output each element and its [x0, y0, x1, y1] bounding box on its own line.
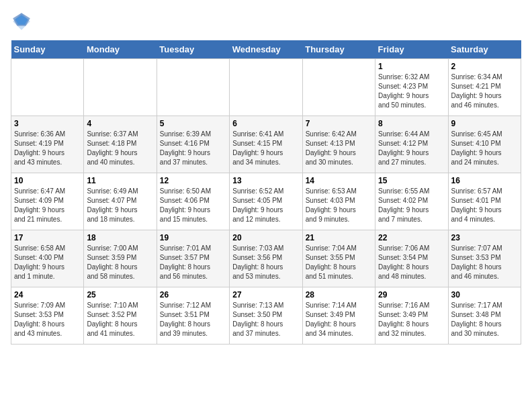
calendar-cell: 27Sunrise: 7:13 AMSunset: 3:50 PMDayligh… — [230, 287, 302, 345]
day-info: Sunrise: 6:55 AMSunset: 4:02 PMDaylight:… — [378, 187, 445, 224]
day-number: 15 — [378, 176, 445, 185]
calendar-cell: 19Sunrise: 7:01 AMSunset: 3:57 PMDayligh… — [157, 230, 229, 287]
day-info: Sunrise: 6:47 AMSunset: 4:09 PMDaylight:… — [14, 187, 81, 224]
day-number: 13 — [232, 176, 299, 185]
day-info: Sunrise: 7:12 AMSunset: 3:51 PMDaylight:… — [160, 301, 226, 338]
day-info: Sunrise: 7:01 AMSunset: 3:57 PMDaylight:… — [160, 244, 226, 281]
day-info: Sunrise: 7:09 AMSunset: 3:53 PMDaylight:… — [14, 301, 81, 338]
calendar-cell: 28Sunrise: 7:14 AMSunset: 3:49 PMDayligh… — [302, 287, 375, 345]
day-info: Sunrise: 7:00 AMSunset: 3:59 PMDaylight:… — [87, 244, 153, 281]
weekday-header-friday: Friday — [375, 40, 448, 59]
day-info: Sunrise: 6:39 AMSunset: 4:16 PMDaylight:… — [160, 130, 226, 167]
calendar-cell: 2Sunrise: 6:34 AMSunset: 4:21 PMDaylight… — [448, 59, 521, 116]
day-info: Sunrise: 7:13 AMSunset: 3:50 PMDaylight:… — [232, 301, 299, 338]
calendar-week-row: 17Sunrise: 6:58 AMSunset: 4:00 PMDayligh… — [11, 230, 521, 287]
day-number: 29 — [378, 290, 445, 300]
day-info: Sunrise: 6:52 AMSunset: 4:05 PMDaylight:… — [232, 187, 299, 224]
calendar-cell — [84, 59, 157, 116]
day-number: 1 — [378, 62, 445, 71]
calendar-cell: 11Sunrise: 6:49 AMSunset: 4:07 PMDayligh… — [84, 173, 157, 230]
day-info: Sunrise: 6:37 AMSunset: 4:18 PMDaylight:… — [87, 130, 153, 167]
weekday-header-monday: Monday — [84, 40, 157, 59]
weekday-header-tuesday: Tuesday — [157, 40, 229, 59]
weekday-header-sunday: Sunday — [11, 40, 84, 59]
day-info: Sunrise: 6:53 AMSunset: 4:03 PMDaylight:… — [306, 187, 372, 224]
calendar-cell: 29Sunrise: 7:16 AMSunset: 3:49 PMDayligh… — [375, 287, 448, 345]
day-number: 22 — [378, 233, 445, 242]
day-number: 11 — [87, 176, 153, 185]
calendar-cell — [302, 59, 375, 116]
calendar-week-row: 1Sunrise: 6:32 AMSunset: 4:23 PMDaylight… — [11, 59, 521, 116]
day-number: 10 — [14, 176, 81, 185]
day-number: 20 — [232, 233, 299, 242]
day-number: 2 — [451, 62, 518, 71]
day-number: 25 — [87, 290, 153, 300]
calendar-cell: 7Sunrise: 6:42 AMSunset: 4:13 PMDaylight… — [302, 116, 375, 173]
day-info: Sunrise: 6:50 AMSunset: 4:06 PMDaylight:… — [160, 187, 226, 224]
day-number: 14 — [306, 176, 372, 185]
calendar-cell: 1Sunrise: 6:32 AMSunset: 4:23 PMDaylight… — [375, 59, 448, 116]
calendar-cell: 5Sunrise: 6:39 AMSunset: 4:16 PMDaylight… — [157, 116, 229, 173]
day-info: Sunrise: 7:04 AMSunset: 3:55 PMDaylight:… — [306, 244, 372, 281]
calendar-cell: 21Sunrise: 7:04 AMSunset: 3:55 PMDayligh… — [302, 230, 375, 287]
calendar-cell: 24Sunrise: 7:09 AMSunset: 3:53 PMDayligh… — [11, 287, 84, 345]
day-number: 5 — [160, 119, 226, 128]
day-info: Sunrise: 7:10 AMSunset: 3:52 PMDaylight:… — [87, 301, 153, 338]
weekday-header-thursday: Thursday — [302, 40, 375, 59]
calendar-cell — [11, 59, 84, 116]
calendar-cell: 17Sunrise: 6:58 AMSunset: 4:00 PMDayligh… — [11, 230, 84, 287]
day-number: 28 — [306, 290, 372, 300]
calendar-week-row: 10Sunrise: 6:47 AMSunset: 4:09 PMDayligh… — [11, 173, 521, 230]
day-number: 30 — [451, 290, 518, 300]
calendar-cell: 23Sunrise: 7:07 AMSunset: 3:53 PMDayligh… — [448, 230, 521, 287]
calendar-cell: 10Sunrise: 6:47 AMSunset: 4:09 PMDayligh… — [11, 173, 84, 230]
day-info: Sunrise: 7:16 AMSunset: 3:49 PMDaylight:… — [378, 301, 445, 338]
weekday-header-saturday: Saturday — [448, 40, 521, 59]
calendar-cell — [230, 59, 302, 116]
day-info: Sunrise: 7:17 AMSunset: 3:48 PMDaylight:… — [451, 301, 518, 338]
day-info: Sunrise: 6:57 AMSunset: 4:01 PMDaylight:… — [451, 187, 518, 224]
calendar-cell: 16Sunrise: 6:57 AMSunset: 4:01 PMDayligh… — [448, 173, 521, 230]
day-info: Sunrise: 7:07 AMSunset: 3:53 PMDaylight:… — [451, 244, 518, 281]
calendar-cell: 13Sunrise: 6:52 AMSunset: 4:05 PMDayligh… — [230, 173, 302, 230]
calendar-cell: 30Sunrise: 7:17 AMSunset: 3:48 PMDayligh… — [448, 287, 521, 345]
day-number: 26 — [160, 290, 226, 300]
calendar-table: SundayMondayTuesdayWednesdayThursdayFrid… — [11, 40, 521, 345]
day-info: Sunrise: 6:41 AMSunset: 4:15 PMDaylight:… — [232, 130, 299, 167]
day-number: 4 — [87, 119, 153, 128]
calendar-cell: 8Sunrise: 6:44 AMSunset: 4:12 PMDaylight… — [375, 116, 448, 173]
day-number: 19 — [160, 233, 226, 242]
day-number: 18 — [87, 233, 153, 242]
calendar-cell: 6Sunrise: 6:41 AMSunset: 4:15 PMDaylight… — [230, 116, 302, 173]
calendar-cell: 22Sunrise: 7:06 AMSunset: 3:54 PMDayligh… — [375, 230, 448, 287]
day-info: Sunrise: 7:14 AMSunset: 3:49 PMDaylight:… — [306, 301, 372, 338]
calendar-cell: 4Sunrise: 6:37 AMSunset: 4:18 PMDaylight… — [84, 116, 157, 173]
day-number: 7 — [306, 119, 372, 128]
day-number: 12 — [160, 176, 226, 185]
logo — [11, 11, 35, 32]
weekday-header-wednesday: Wednesday — [230, 40, 302, 59]
day-number: 8 — [378, 119, 445, 128]
day-info: Sunrise: 6:44 AMSunset: 4:12 PMDaylight:… — [378, 130, 445, 167]
day-info: Sunrise: 6:34 AMSunset: 4:21 PMDaylight:… — [451, 73, 518, 110]
calendar-cell: 20Sunrise: 7:03 AMSunset: 3:56 PMDayligh… — [230, 230, 302, 287]
calendar-week-row: 24Sunrise: 7:09 AMSunset: 3:53 PMDayligh… — [11, 287, 521, 345]
logo-icon — [11, 11, 32, 32]
day-number: 16 — [451, 176, 518, 185]
calendar-cell: 12Sunrise: 6:50 AMSunset: 4:06 PMDayligh… — [157, 173, 229, 230]
day-number: 27 — [232, 290, 299, 300]
day-number: 17 — [14, 233, 81, 242]
day-number: 3 — [14, 119, 81, 128]
calendar-cell: 9Sunrise: 6:45 AMSunset: 4:10 PMDaylight… — [448, 116, 521, 173]
day-info: Sunrise: 6:58 AMSunset: 4:00 PMDaylight:… — [14, 244, 81, 281]
page-header — [11, 11, 521, 32]
day-number: 23 — [451, 233, 518, 242]
calendar-cell: 25Sunrise: 7:10 AMSunset: 3:52 PMDayligh… — [84, 287, 157, 345]
calendar-cell: 3Sunrise: 6:36 AMSunset: 4:19 PMDaylight… — [11, 116, 84, 173]
calendar-cell: 14Sunrise: 6:53 AMSunset: 4:03 PMDayligh… — [302, 173, 375, 230]
weekday-header-row: SundayMondayTuesdayWednesdayThursdayFrid… — [11, 40, 521, 59]
calendar-cell: 18Sunrise: 7:00 AMSunset: 3:59 PMDayligh… — [84, 230, 157, 287]
day-info: Sunrise: 6:49 AMSunset: 4:07 PMDaylight:… — [87, 187, 153, 224]
calendar-cell: 26Sunrise: 7:12 AMSunset: 3:51 PMDayligh… — [157, 287, 229, 345]
day-number: 9 — [451, 119, 518, 128]
